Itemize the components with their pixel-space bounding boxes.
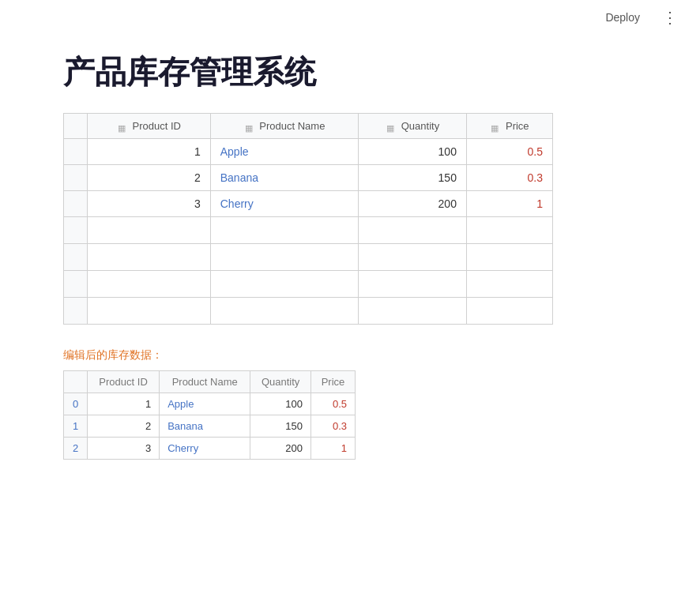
section-label: 编辑后的库存数据： [63,348,637,362]
cell-empty-name[interactable] [210,271,359,298]
secondary-table: Product ID Product Name Quantity Price 0… [63,370,356,460]
top-bar: Deploy ⋮ [0,0,700,35]
cell-product-name[interactable]: Apple [210,139,359,165]
cell-price[interactable]: 1 [466,191,552,217]
page-title: 产品库存管理系统 [63,51,637,94]
sec-col-price-header: Price [311,371,356,393]
table-row[interactable]: 1 Apple 100 0.5 [64,139,553,165]
empty-row[interactable] [64,244,553,271]
col-header-quantity[interactable]: ▦ Quantity [359,114,467,139]
cell-empty-id[interactable] [88,244,211,271]
table-row: 2 3 Cherry 200 1 [64,438,356,460]
main-table: ▦ Product ID ▦ Product Name ▦ Quantity ▦… [63,113,553,325]
filter-icon-price: ▦ [490,123,499,131]
row-number [64,139,88,165]
cell-empty-quantity[interactable] [359,217,467,244]
col-header-price[interactable]: ▦ Price [466,114,552,139]
table-row: 1 2 Banana 150 0.3 [64,415,356,438]
cell-product-name: Banana [160,415,250,438]
filter-icon-product-name: ▦ [244,123,254,131]
cell-empty-price[interactable] [466,217,552,244]
cell-index: 1 [64,415,88,438]
cell-price[interactable]: 0.3 [466,165,552,191]
table-row[interactable]: 2 Banana 150 0.3 [64,165,553,191]
more-menu-button[interactable]: ⋮ [656,6,684,28]
cell-product-name[interactable]: Banana [210,165,359,191]
sec-col-idx-header [64,371,88,393]
col-header-product-id[interactable]: ▦ Product ID [88,114,211,139]
cell-product-id: 1 [88,393,160,415]
sec-col-product-name-header: Product Name [160,371,250,393]
cell-empty-name[interactable] [210,217,359,244]
cell-empty-price[interactable] [466,298,552,325]
deploy-button[interactable]: Deploy [599,8,646,27]
cell-product-name: Apple [160,393,250,415]
cell-price: 0.3 [311,415,356,438]
cell-product-name: Cherry [160,438,250,460]
cell-quantity[interactable]: 150 [359,165,467,191]
cell-empty-id[interactable] [88,298,211,325]
row-number [64,271,88,298]
cell-product-id[interactable]: 1 [88,139,211,165]
cell-product-name[interactable]: Cherry [210,191,359,217]
cell-product-id: 3 [88,438,160,460]
table-row[interactable]: 3 Cherry 200 1 [64,191,553,217]
filter-icon-product-id: ▦ [117,123,126,131]
cell-index: 2 [64,438,88,460]
cell-empty-name[interactable] [210,244,359,271]
row-number [64,217,88,244]
cell-empty-id[interactable] [88,217,211,244]
row-number [64,244,88,271]
cell-quantity: 100 [250,393,311,415]
cell-quantity[interactable]: 100 [359,139,467,165]
row-number [64,298,88,325]
cell-empty-quantity[interactable] [359,298,467,325]
table-row: 0 1 Apple 100 0.5 [64,393,356,415]
filter-icon-quantity: ▦ [386,123,395,131]
cell-empty-price[interactable] [466,244,552,271]
cell-quantity: 150 [250,415,311,438]
cell-quantity[interactable]: 200 [359,191,467,217]
empty-row[interactable] [64,298,553,325]
cell-index: 0 [64,393,88,415]
cell-product-id[interactable]: 2 [88,165,211,191]
col-header-product-name[interactable]: ▦ Product Name [210,114,359,139]
cell-product-id[interactable]: 3 [88,191,211,217]
cell-empty-id[interactable] [88,271,211,298]
main-content: 产品库存管理系统 ▦ Product ID ▦ Product Name ▦ Q… [0,35,700,475]
cell-empty-name[interactable] [210,298,359,325]
row-num-header [64,114,88,139]
cell-price[interactable]: 0.5 [466,139,552,165]
row-number [64,191,88,217]
empty-row[interactable] [64,271,553,298]
sec-col-quantity-header: Quantity [250,371,311,393]
cell-empty-price[interactable] [466,271,552,298]
sec-col-product-id-header: Product ID [88,371,160,393]
cell-quantity: 200 [250,438,311,460]
row-number [64,165,88,191]
cell-price: 0.5 [311,393,356,415]
empty-row[interactable] [64,217,553,244]
cell-price: 1 [311,438,356,460]
cell-empty-quantity[interactable] [359,271,467,298]
cell-empty-quantity[interactable] [359,244,467,271]
cell-product-id: 2 [88,415,160,438]
